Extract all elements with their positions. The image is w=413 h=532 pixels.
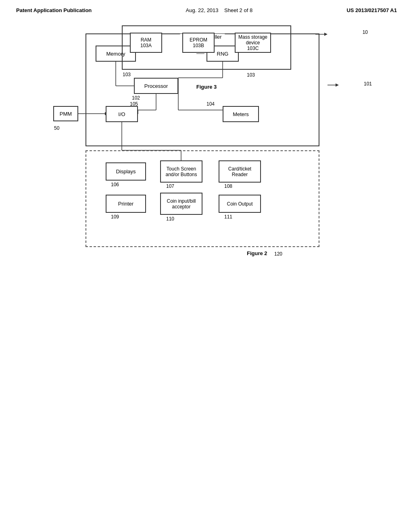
printer-label: Printer <box>118 201 133 207</box>
io-box: I/O <box>106 106 138 122</box>
displays-label: Displays <box>116 168 136 175</box>
header-date-sheet: Aug. 22, 2013 Sheet 2 of 8 <box>186 7 253 13</box>
ref-111: 111 <box>224 214 232 220</box>
fig2-ref-120: 120 <box>274 251 282 257</box>
cardreader-label: Card/ticketReader <box>228 166 251 177</box>
figure3-container: RAM103A EPROM103B Mass storagedevice103C… <box>114 25 299 98</box>
massstorage-label: Mass storagedevice103C <box>238 34 267 51</box>
coinout-label: Coin Output <box>227 201 252 207</box>
header-publication: Patent Application Publication <box>16 7 92 13</box>
coinbill-box: Coin input/billacceptor <box>160 193 202 215</box>
meters-box: Meters <box>223 106 259 122</box>
touchscreen-label: Touch Screenand/or Buttons <box>165 166 197 177</box>
pmm-label: PMM <box>60 111 72 117</box>
ref-107: 107 <box>166 183 174 189</box>
eprom-label: EPROM103B <box>190 37 207 48</box>
page-header: Patent Application Publication Aug. 22, … <box>0 0 413 13</box>
coinbill-label: Coin input/billacceptor <box>167 198 196 210</box>
ram-label: RAM103A <box>140 37 152 48</box>
header-sheet: Sheet 2 of 8 <box>224 7 252 13</box>
ref-105: 105 <box>130 101 138 107</box>
figure3-label: Figure 3 <box>196 84 217 90</box>
eprom-box: EPROM103B <box>182 33 215 53</box>
coinout-box: Coin Output <box>219 195 261 213</box>
header-date: Aug. 22, 2013 <box>186 7 219 13</box>
ref-109: 109 <box>111 214 119 220</box>
ref-104: 104 <box>206 101 215 107</box>
massstorage-box: Mass storagedevice103C <box>235 33 271 53</box>
touchscreen-box: Touch Screenand/or Buttons <box>160 160 202 183</box>
displays-box: Displays <box>106 162 146 181</box>
pmm-box: PMM <box>53 106 78 121</box>
fig3-ref-103: 103 <box>247 72 255 78</box>
cardreader-box: Card/ticketReader <box>219 160 261 183</box>
figure2-label: Figure 2 <box>247 250 267 256</box>
ref-108: 108 <box>224 183 232 189</box>
io-label: I/O <box>118 111 125 117</box>
ref-110: 110 <box>166 216 174 222</box>
meters-label: Meters <box>233 111 249 117</box>
ram-box: RAM103A <box>130 33 162 53</box>
figure3-area: RAM103A EPROM103B Mass storagedevice103C… <box>25 25 388 98</box>
ref-106: 106 <box>111 182 119 187</box>
printer-box: Printer <box>106 195 146 213</box>
header-patent-number: US 2013/0217507 A1 <box>346 7 397 13</box>
ref-50: 50 <box>54 125 59 131</box>
